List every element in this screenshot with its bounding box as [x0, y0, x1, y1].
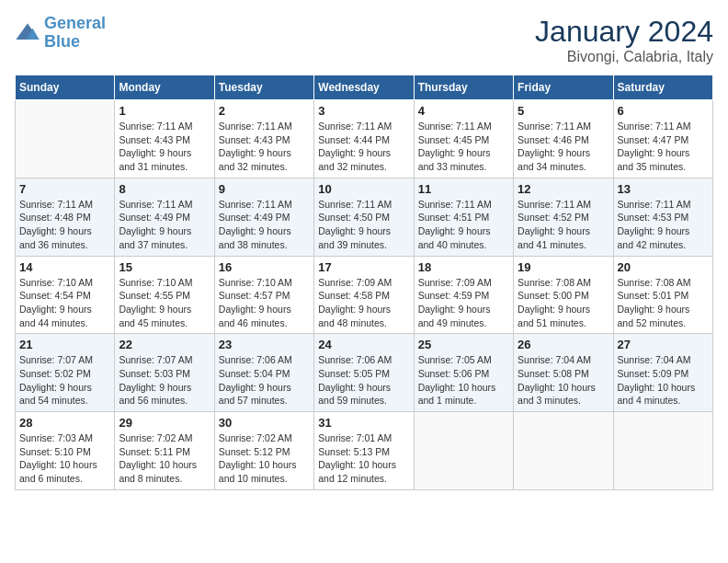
day-info: Sunrise: 7:01 AM Sunset: 5:13 PM Dayligh… — [318, 431, 409, 486]
calendar-header-tuesday: Tuesday — [214, 75, 313, 100]
day-number: 29 — [119, 416, 210, 430]
day-info: Sunrise: 7:08 AM Sunset: 5:00 PM Dayligh… — [518, 276, 609, 330]
calendar-cell: 8Sunrise: 7:11 AM Sunset: 4:49 PM Daylig… — [115, 178, 214, 256]
day-info: Sunrise: 7:11 AM Sunset: 4:45 PM Dayligh… — [418, 120, 509, 174]
day-number: 14 — [19, 260, 110, 274]
calendar-week-row: 21Sunrise: 7:07 AM Sunset: 5:02 PM Dayli… — [16, 334, 713, 412]
day-info: Sunrise: 7:09 AM Sunset: 4:58 PM Dayligh… — [318, 276, 409, 330]
day-info: Sunrise: 7:08 AM Sunset: 5:01 PM Dayligh… — [618, 276, 709, 330]
calendar-cell: 11Sunrise: 7:11 AM Sunset: 4:51 PM Dayli… — [414, 178, 513, 256]
day-info: Sunrise: 7:07 AM Sunset: 5:03 PM Dayligh… — [119, 353, 210, 408]
calendar-cell: 2Sunrise: 7:11 AM Sunset: 4:43 PM Daylig… — [214, 100, 313, 178]
day-info: Sunrise: 7:04 AM Sunset: 5:08 PM Dayligh… — [518, 353, 609, 408]
day-number: 19 — [518, 260, 609, 274]
calendar-cell: 20Sunrise: 7:08 AM Sunset: 5:01 PM Dayli… — [613, 256, 712, 334]
calendar-cell — [16, 100, 115, 178]
day-number: 13 — [618, 182, 709, 196]
day-info: Sunrise: 7:11 AM Sunset: 4:53 PM Dayligh… — [618, 198, 709, 252]
day-info: Sunrise: 7:11 AM Sunset: 4:52 PM Dayligh… — [518, 198, 609, 252]
calendar-week-row: 28Sunrise: 7:03 AM Sunset: 5:10 PM Dayli… — [16, 412, 713, 490]
day-number: 18 — [418, 260, 509, 274]
day-number: 7 — [19, 182, 110, 196]
calendar-cell: 13Sunrise: 7:11 AM Sunset: 4:53 PM Dayli… — [613, 178, 712, 256]
logo: General Blue — [15, 15, 106, 52]
calendar-header-saturday: Saturday — [613, 75, 712, 100]
day-number: 8 — [119, 182, 210, 196]
calendar-cell: 16Sunrise: 7:10 AM Sunset: 4:57 PM Dayli… — [214, 256, 313, 334]
calendar-cell: 29Sunrise: 7:02 AM Sunset: 5:11 PM Dayli… — [115, 412, 214, 490]
day-number: 5 — [518, 104, 609, 118]
day-info: Sunrise: 7:06 AM Sunset: 5:05 PM Dayligh… — [318, 353, 409, 408]
day-number: 1 — [119, 104, 210, 118]
day-info: Sunrise: 7:06 AM Sunset: 5:04 PM Dayligh… — [219, 353, 310, 408]
calendar-cell: 25Sunrise: 7:05 AM Sunset: 5:06 PM Dayli… — [414, 334, 513, 412]
calendar-cell: 19Sunrise: 7:08 AM Sunset: 5:00 PM Dayli… — [514, 256, 613, 334]
day-info: Sunrise: 7:11 AM Sunset: 4:43 PM Dayligh… — [119, 120, 210, 174]
day-info: Sunrise: 7:02 AM Sunset: 5:11 PM Dayligh… — [119, 431, 210, 486]
day-info: Sunrise: 7:02 AM Sunset: 5:12 PM Dayligh… — [219, 431, 310, 486]
calendar-header-sunday: Sunday — [16, 75, 115, 100]
day-number: 17 — [318, 260, 409, 274]
calendar-cell: 23Sunrise: 7:06 AM Sunset: 5:04 PM Dayli… — [214, 334, 313, 412]
day-number: 31 — [318, 416, 409, 430]
day-number: 4 — [418, 104, 509, 118]
day-number: 2 — [219, 104, 310, 118]
day-number: 3 — [318, 104, 409, 118]
day-info: Sunrise: 7:11 AM Sunset: 4:43 PM Dayligh… — [219, 120, 310, 174]
calendar-cell: 12Sunrise: 7:11 AM Sunset: 4:52 PM Dayli… — [514, 178, 613, 256]
day-info: Sunrise: 7:11 AM Sunset: 4:50 PM Dayligh… — [318, 198, 409, 252]
calendar-cell: 4Sunrise: 7:11 AM Sunset: 4:45 PM Daylig… — [414, 100, 513, 178]
day-number: 25 — [418, 338, 509, 351]
calendar-cell: 22Sunrise: 7:07 AM Sunset: 5:03 PM Dayli… — [115, 334, 214, 412]
calendar-cell: 7Sunrise: 7:11 AM Sunset: 4:48 PM Daylig… — [16, 178, 115, 256]
page-header: General Blue January 2024 Bivongi, Calab… — [15, 15, 713, 65]
day-info: Sunrise: 7:11 AM Sunset: 4:48 PM Dayligh… — [19, 198, 110, 252]
day-number: 28 — [19, 416, 110, 430]
day-info: Sunrise: 7:11 AM Sunset: 4:51 PM Dayligh… — [418, 198, 509, 252]
day-info: Sunrise: 7:10 AM Sunset: 4:54 PM Dayligh… — [19, 276, 110, 330]
day-info: Sunrise: 7:11 AM Sunset: 4:49 PM Dayligh… — [219, 198, 310, 252]
calendar-cell: 24Sunrise: 7:06 AM Sunset: 5:05 PM Dayli… — [314, 334, 414, 412]
day-number: 30 — [219, 416, 310, 430]
calendar-cell: 17Sunrise: 7:09 AM Sunset: 4:58 PM Dayli… — [314, 256, 414, 334]
day-number: 20 — [618, 260, 709, 274]
calendar-cell: 10Sunrise: 7:11 AM Sunset: 4:50 PM Dayli… — [314, 178, 414, 256]
day-info: Sunrise: 7:11 AM Sunset: 4:46 PM Dayligh… — [518, 120, 609, 174]
calendar-header-thursday: Thursday — [414, 75, 513, 100]
day-number: 21 — [19, 338, 110, 351]
day-info: Sunrise: 7:09 AM Sunset: 4:59 PM Dayligh… — [418, 276, 509, 330]
calendar-week-row: 14Sunrise: 7:10 AM Sunset: 4:54 PM Dayli… — [16, 256, 713, 334]
logo-icon — [15, 20, 40, 46]
calendar-cell: 3Sunrise: 7:11 AM Sunset: 4:44 PM Daylig… — [314, 100, 414, 178]
calendar-cell: 15Sunrise: 7:10 AM Sunset: 4:55 PM Dayli… — [115, 256, 214, 334]
calendar-cell: 30Sunrise: 7:02 AM Sunset: 5:12 PM Dayli… — [214, 412, 313, 490]
day-info: Sunrise: 7:07 AM Sunset: 5:02 PM Dayligh… — [19, 353, 110, 408]
calendar-cell: 31Sunrise: 7:01 AM Sunset: 5:13 PM Dayli… — [314, 412, 414, 490]
calendar-cell: 26Sunrise: 7:04 AM Sunset: 5:08 PM Dayli… — [514, 334, 613, 412]
calendar-table: SundayMondayTuesdayWednesdayThursdayFrid… — [15, 75, 713, 490]
calendar-cell — [514, 412, 613, 490]
day-number: 24 — [318, 338, 409, 351]
day-info: Sunrise: 7:11 AM Sunset: 4:47 PM Dayligh… — [618, 120, 709, 174]
calendar-cell — [613, 412, 712, 490]
day-number: 27 — [618, 338, 709, 351]
day-info: Sunrise: 7:11 AM Sunset: 4:49 PM Dayligh… — [119, 198, 210, 252]
calendar-week-row: 7Sunrise: 7:11 AM Sunset: 4:48 PM Daylig… — [16, 178, 713, 256]
day-number: 10 — [318, 182, 409, 196]
calendar-cell: 14Sunrise: 7:10 AM Sunset: 4:54 PM Dayli… — [16, 256, 115, 334]
day-number: 16 — [219, 260, 310, 274]
day-number: 26 — [518, 338, 609, 351]
calendar-week-row: 1Sunrise: 7:11 AM Sunset: 4:43 PM Daylig… — [16, 100, 713, 178]
calendar-header-wednesday: Wednesday — [314, 75, 414, 100]
month-title: January 2024 — [535, 15, 713, 49]
day-info: Sunrise: 7:10 AM Sunset: 4:57 PM Dayligh… — [219, 276, 310, 330]
day-info: Sunrise: 7:10 AM Sunset: 4:55 PM Dayligh… — [119, 276, 210, 330]
location-subtitle: Bivongi, Calabria, Italy — [535, 49, 713, 65]
calendar-cell: 27Sunrise: 7:04 AM Sunset: 5:09 PM Dayli… — [613, 334, 712, 412]
day-number: 6 — [618, 104, 709, 118]
calendar-cell: 6Sunrise: 7:11 AM Sunset: 4:47 PM Daylig… — [613, 100, 712, 178]
title-block: January 2024 Bivongi, Calabria, Italy — [535, 15, 713, 65]
calendar-header-friday: Friday — [514, 75, 613, 100]
calendar-header-row: SundayMondayTuesdayWednesdayThursdayFrid… — [16, 75, 713, 100]
day-info: Sunrise: 7:03 AM Sunset: 5:10 PM Dayligh… — [19, 431, 110, 486]
